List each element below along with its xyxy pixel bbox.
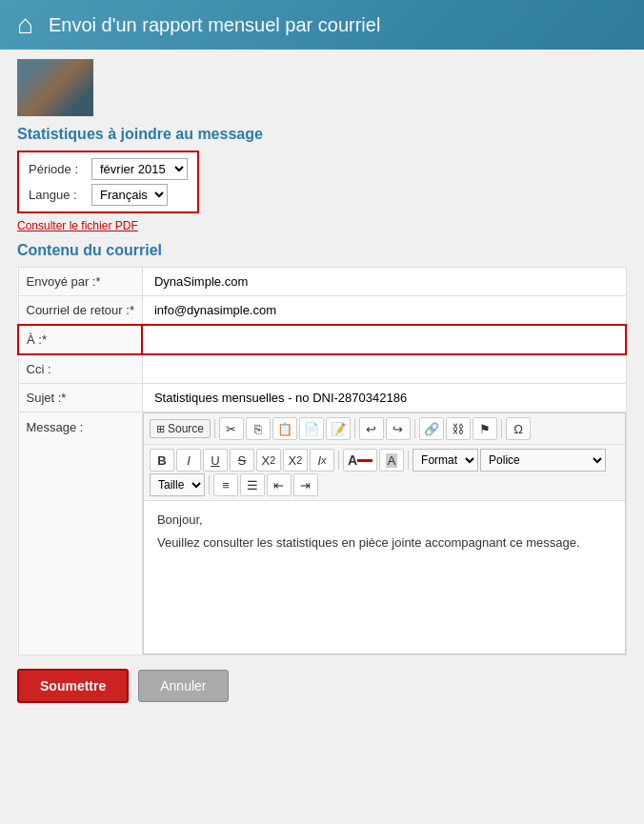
copy-button[interactable]: ⎘ [246,417,271,440]
stats-heading: Statistiques à joindre au message [17,126,627,143]
source-icon: ⊞ [156,423,165,435]
bold-button[interactable]: B [150,449,174,472]
a-row: À :* [18,325,626,354]
periode-label: Période : [29,162,86,176]
a-input[interactable] [151,331,617,349]
outdent-button[interactable]: ⇤ [267,473,292,496]
underline-button[interactable]: U [203,449,228,472]
separator-4 [501,419,502,438]
italic-button[interactable]: I [176,449,201,472]
paste-button[interactable]: 📋 [272,417,297,440]
langue-select[interactable]: Français English [91,184,168,206]
separator-7 [209,475,210,494]
contenu-heading: Contenu du courriel [17,242,627,259]
separator-2 [354,419,355,438]
undo-button[interactable]: ↩ [359,417,384,440]
unordered-list-button[interactable]: ☰ [240,473,265,496]
page-header: ⌂ Envoi d'un rapport mensuel par courrie… [0,0,644,50]
source-label: Source [168,422,204,435]
courriel-row: Courriel de retour :* [18,296,626,326]
page-title: Envoi d'un rapport mensuel par courriel [49,14,380,36]
cci-row: Cci : [18,354,626,384]
editor-toolbar-row2: B I U S X2 X2 Ix A [144,445,625,501]
ordered-list-button[interactable]: ≡ [213,473,238,496]
redo-button[interactable]: ↪ [386,417,411,440]
home-icon: ⌂ [17,10,33,40]
separator-3 [414,419,415,438]
envoye-label: Envoyé par :* [27,274,101,289]
subscript-button[interactable]: X2 [256,449,281,472]
envoye-input[interactable] [151,272,618,291]
police-select[interactable]: Police Arial Times New Roman [480,449,606,472]
a-label: À :* [27,332,47,347]
cut-button[interactable]: ✂ [219,417,244,440]
paste-text-button[interactable]: 📄 [299,417,324,440]
sujet-row: Sujet :* [18,384,626,412]
sujet-input[interactable] [151,389,618,407]
bg-color-a-label: A [386,453,398,468]
courriel-input[interactable] [151,301,618,319]
link-button[interactable]: 🔗 [419,417,444,440]
separator-1 [214,419,215,438]
font-color-indicator [357,459,372,462]
taille-select[interactable]: Taille 8 10 12 14 [150,473,205,496]
separator-5 [338,451,339,470]
soumettre-button[interactable]: Soumettre [17,669,129,703]
editor-content[interactable]: Bonjour, Veuillez consulter les statisti… [144,501,625,653]
bottom-bar: Soumettre Annuler [17,655,627,713]
bg-color-button[interactable]: A [379,449,404,472]
periode-row: Période : janvier 2015 février 2015 mars… [29,158,188,180]
sujet-label: Sujet :* [27,391,67,405]
thumbnail-area [17,59,627,116]
message-row: Message : ⊞ Source ✂ [18,412,626,655]
pdf-link[interactable]: Consulter le fichier PDF [17,219,627,232]
editor-toolbar-row1: ⊞ Source ✂ ⎘ 📋 📄 📝 ↩ [144,413,625,445]
message-line2: Veuillez consulter les statistiques en p… [157,533,612,553]
periode-select[interactable]: janvier 2015 février 2015 mars 2015 [91,158,188,180]
remove-format-button[interactable]: Ix [310,449,334,472]
font-color-button[interactable]: A [343,449,377,472]
message-line1: Bonjour, [157,511,612,530]
indent-button[interactable]: ⇥ [293,473,318,496]
font-color-a-label: A [348,452,357,468]
unlink-button[interactable]: ⛓ [446,417,471,440]
form-table: Envoyé par :* Courriel de retour :* [17,267,627,655]
strikethrough-button[interactable]: S [230,449,254,472]
flag-button[interactable]: ⚑ [473,417,497,440]
superscript-button[interactable]: X2 [283,449,308,472]
langue-row: Langue : Français English [29,184,188,206]
format-select[interactable]: Format Normal Titre 1 Titre 2 [413,449,478,472]
stats-box: Période : janvier 2015 février 2015 mars… [17,151,199,213]
envoye-row: Envoyé par :* [18,268,626,296]
cci-label: Cci : [27,362,51,376]
form-area: Envoyé par :* Courriel de retour :* [17,267,627,655]
message-label: Message : [27,420,84,434]
paste-word-button[interactable]: 📝 [326,417,351,440]
annuler-button[interactable]: Annuler [138,670,228,702]
source-button[interactable]: ⊞ Source [150,419,211,438]
langue-label: Langue : [29,188,86,202]
thumbnail-image [17,59,93,116]
separator-6 [408,451,409,470]
cci-input[interactable] [151,360,618,378]
editor-container: ⊞ Source ✂ ⎘ 📋 📄 📝 ↩ [143,412,626,654]
page-content: Statistiques à joindre au message Périod… [0,50,644,730]
courriel-label: Courriel de retour :* [27,303,134,317]
special-chars-button[interactable]: Ω [506,417,531,440]
